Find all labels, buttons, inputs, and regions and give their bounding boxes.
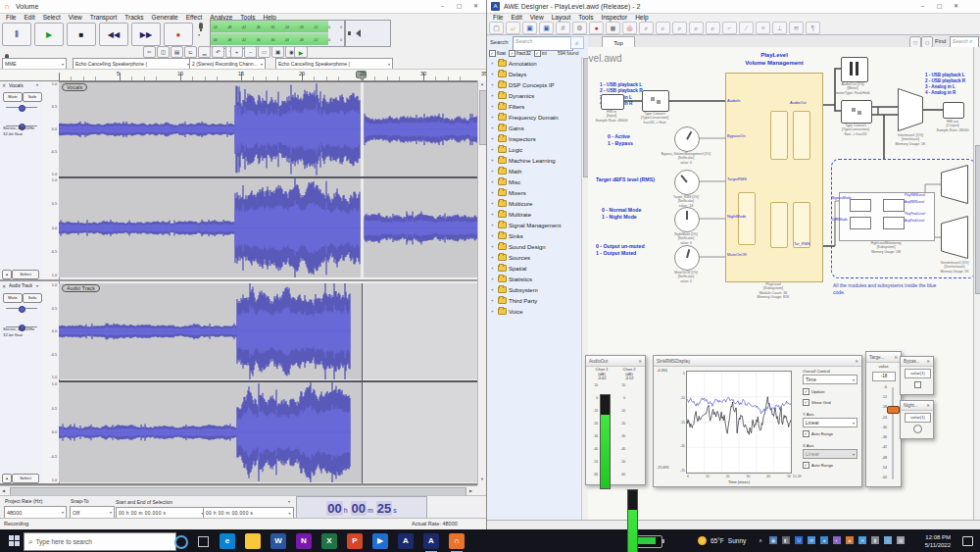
expander-icon[interactable]: + xyxy=(491,287,496,292)
taskbar-onenote[interactable]: N xyxy=(296,533,312,549)
night-toggle-knob[interactable] xyxy=(913,425,922,433)
overall-control-select[interactable]: Time▾ xyxy=(803,375,858,384)
track-menu-icon[interactable]: ▾ xyxy=(36,283,38,288)
audioout-titlebar[interactable]: AudioOut✕ xyxy=(586,356,645,367)
filter-checkbox[interactable]: ✓ xyxy=(534,50,541,57)
taskbar-clock[interactable]: 12:08 PM 5/11/2022 xyxy=(906,533,951,549)
cut-icon[interactable]: ✂ xyxy=(143,46,156,58)
module-tree-item[interactable]: +DSP Concepts IP xyxy=(487,79,581,90)
trim-icon[interactable]: ⊏ xyxy=(184,46,197,58)
task-view-icon[interactable] xyxy=(198,536,209,547)
deinterleave-block-2[interactable] xyxy=(941,216,968,259)
zoom-selection-icon[interactable]: ▭ xyxy=(258,46,270,58)
properties-icon[interactable]: ¶ xyxy=(806,22,820,34)
menu-item[interactable]: Select xyxy=(39,14,65,21)
hidden-icons[interactable]: ∧ xyxy=(757,536,764,544)
solo-button[interactable]: Solo xyxy=(23,293,42,303)
record-meter-dropdown-icon[interactable]: ▾ xyxy=(198,32,200,37)
module-tree-item[interactable]: +Misc xyxy=(487,176,581,187)
hw-input-block[interactable] xyxy=(601,94,624,110)
close-icon[interactable]: ✕ xyxy=(926,359,930,364)
taskbar-movies-tv[interactable]: ▶ xyxy=(372,533,388,549)
module-tree-item[interactable]: +Signal Management xyxy=(487,220,581,230)
maximize-button[interactable]: ▢ xyxy=(451,0,467,13)
module-tree-item[interactable]: +Frequency Domain xyxy=(487,112,581,123)
close-icon[interactable]: ✕ xyxy=(894,355,898,360)
expander-icon[interactable]: + xyxy=(491,309,496,314)
play-button[interactable]: ▶ xyxy=(34,23,64,46)
module-tree-item[interactable]: +Sound Design xyxy=(487,241,581,252)
target-titlebar[interactable]: Targe...✕ xyxy=(866,352,901,363)
module-tree-item[interactable]: +Inspectors xyxy=(487,133,581,144)
menu-item[interactable]: Help xyxy=(631,14,652,21)
filter-checkbox[interactable]: ✓ xyxy=(509,50,515,57)
taskbar-edge[interactable]: e xyxy=(220,533,235,549)
module-tree-item[interactable]: +Gains xyxy=(487,123,581,133)
save-all-icon[interactable]: ▣ xyxy=(539,22,554,34)
module-search-input[interactable]: Search xyxy=(513,36,573,51)
audio-position-display[interactable]: 00 h 00 m 25 s xyxy=(296,496,427,520)
close-icon[interactable]: ✕ xyxy=(638,359,642,364)
maximize-button[interactable]: ▢ xyxy=(931,0,948,13)
expander-icon[interactable]: + xyxy=(491,104,496,109)
align-top-icon[interactable]: ⊥ xyxy=(772,22,787,34)
build-icon[interactable]: ⚙ xyxy=(572,22,587,34)
taskbar-excel[interactable]: X xyxy=(321,533,337,549)
canvas-scrollbar[interactable] xyxy=(973,47,980,520)
weather-widget[interactable]: 65°F Sunny xyxy=(698,533,746,548)
bypass-checkbox[interactable] xyxy=(914,381,921,388)
module-tree-item[interactable]: +Math xyxy=(487,166,581,176)
route-direct-icon[interactable]: ∕ xyxy=(739,22,754,34)
expander-icon[interactable]: + xyxy=(491,244,496,249)
mute-knob[interactable] xyxy=(674,245,700,271)
zoom-out-icon[interactable]: ⌕ xyxy=(656,22,670,34)
gain-slider[interactable] xyxy=(4,304,39,312)
zoom-in-icon[interactable]: ⌕ xyxy=(639,22,654,34)
clip-label-vocals[interactable]: Vocals xyxy=(62,83,87,91)
track-name[interactable]: Vocals xyxy=(9,82,24,88)
bypass-value-button[interactable]: value(1) xyxy=(905,369,931,378)
skip-to-end-button[interactable]: ▶▶ xyxy=(131,23,161,46)
close-icon[interactable]: ✕ xyxy=(855,359,858,364)
awe-titlebar[interactable]: A AWE Designer - PlayLevel.awd (Release)… xyxy=(487,0,980,14)
x-auto-range-checkbox[interactable]: ✓ xyxy=(803,462,809,469)
sinkrms-titlebar[interactable]: SinkRMSDisplay✕ xyxy=(654,356,861,367)
track-close-icon[interactable]: ✕ xyxy=(2,82,6,88)
zoom-selection-icon[interactable]: ⌕ xyxy=(706,22,720,34)
zoom-fit-icon[interactable]: ⌕ xyxy=(689,22,704,34)
solo-button[interactable]: Solo xyxy=(23,92,42,102)
close-button[interactable]: ✕ xyxy=(467,0,484,13)
module-tree-item[interactable]: +Delays xyxy=(487,69,581,79)
waveform-audiotrack-right[interactable] xyxy=(59,382,478,482)
recording-meter[interactable]: -54-48-42-36-30-24-18-12-60 -54-48-42-36… xyxy=(210,20,345,47)
module-tree-item[interactable]: +Statistics xyxy=(487,274,581,284)
expander-icon[interactable]: + xyxy=(491,298,496,303)
zoom-100-icon[interactable]: ⌕ xyxy=(672,22,687,34)
expander-icon[interactable]: + xyxy=(491,201,496,206)
tray-icon-6[interactable]: ◐ xyxy=(833,536,841,544)
distribute-icon[interactable]: ≋ xyxy=(789,22,804,34)
expander-icon[interactable]: + xyxy=(491,61,496,66)
halt-icon[interactable]: ● xyxy=(589,22,604,34)
tray-icon-8[interactable]: ∗ xyxy=(858,536,866,544)
copy-icon[interactable]: ◫ xyxy=(157,46,170,58)
expander-icon[interactable]: + xyxy=(491,125,496,130)
tray-icon-4[interactable]: ✉ xyxy=(808,536,815,544)
track-name[interactable]: Audio Track xyxy=(9,283,32,288)
expander-icon[interactable]: + xyxy=(491,266,496,271)
track-close-icon[interactable]: ✕ xyxy=(2,283,6,289)
bypass-knob[interactable] xyxy=(674,126,700,152)
menu-item[interactable]: Inspector xyxy=(597,14,631,21)
module-tree-item[interactable]: +Machine Learning xyxy=(487,155,581,166)
close-icon[interactable]: ✕ xyxy=(926,403,930,408)
tray-icon-1[interactable]: ▣ xyxy=(769,536,777,544)
module-tree-item[interactable]: +Multicore xyxy=(487,198,581,209)
collapse-track-button[interactable]: ▴ xyxy=(2,474,12,483)
menu-item[interactable]: File xyxy=(2,14,20,21)
mute-button[interactable]: Mute xyxy=(3,92,23,102)
playback-meter[interactable] xyxy=(345,20,391,47)
new-file-icon[interactable]: ▢ xyxy=(489,22,504,34)
night-value-button[interactable]: value(1) xyxy=(905,413,931,423)
waveform-vocals-left[interactable] xyxy=(59,82,478,176)
expander-icon[interactable]: + xyxy=(491,255,496,260)
